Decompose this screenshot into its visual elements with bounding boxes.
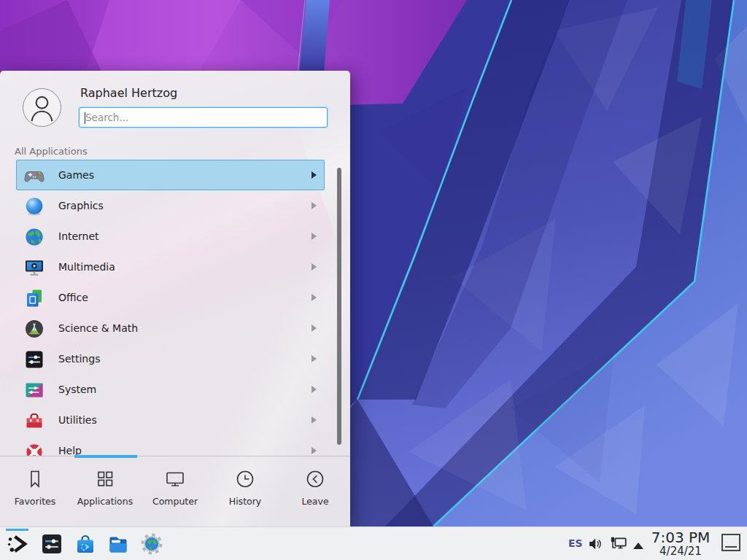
gamepad-icon <box>24 166 44 186</box>
category-row-science-math[interactable]: Science & Math <box>16 313 325 343</box>
category-row-settings[interactable]: Settings <box>16 343 325 374</box>
category-row-office[interactable]: Office <box>16 282 325 313</box>
clock-date: 4/24/21 <box>648 545 713 558</box>
section-label: All Applications <box>15 146 88 157</box>
category-label: System <box>58 384 96 395</box>
submenu-arrow-icon <box>311 416 317 424</box>
tab-applications[interactable]: Applications <box>70 459 140 526</box>
category-label: Multimedia <box>58 261 115 273</box>
lifebuoy-icon <box>24 441 44 456</box>
application-launcher-menu: Raphael Hertzog All Applications Games <box>0 71 350 526</box>
sliders-color-icon <box>24 380 44 400</box>
keyboard-layout-indicator[interactable]: ES <box>568 537 584 549</box>
category-row-graphics[interactable]: Graphics <box>16 190 325 221</box>
category-row-system[interactable]: System <box>16 374 325 405</box>
discover-bag-icon <box>74 532 97 556</box>
category-row-utilities[interactable]: Utilities <box>16 405 325 435</box>
category-label: Settings <box>58 353 100 365</box>
submenu-arrow-icon <box>311 294 317 301</box>
tab-leave[interactable]: Leave <box>280 459 350 526</box>
documents-icon <box>24 288 44 308</box>
tab-label: History <box>229 496 261 507</box>
category-row-games[interactable]: Games <box>16 160 325 190</box>
clock-icon <box>234 468 256 490</box>
menu-tab-bar: Favorites Applications C <box>0 459 350 526</box>
active-tab-indicator <box>74 455 137 458</box>
flask-icon <box>24 319 44 339</box>
list-scrollbar[interactable] <box>337 168 341 445</box>
web-browser-button[interactable] <box>140 532 163 556</box>
tab-favorites[interactable]: Favorites <box>0 459 70 526</box>
category-label: Office <box>58 292 88 303</box>
show-desktop-button[interactable] <box>721 534 740 551</box>
tab-label: Computer <box>152 496 198 507</box>
application-launcher-button[interactable] <box>6 532 29 556</box>
user-name: Raphael Hertzog <box>80 86 177 100</box>
category-row-internet[interactable]: Internet <box>16 221 325 252</box>
software-center-button[interactable] <box>74 532 97 556</box>
category-label: Games <box>58 169 94 181</box>
show-desktop-glyph <box>725 546 737 548</box>
text-caret <box>85 112 85 124</box>
taskbar: ES 7:03 PM 4/24/21 <box>0 526 747 560</box>
clock-time: 7:03 PM <box>648 529 713 545</box>
grid-icon <box>94 468 116 490</box>
user-silhouette-icon <box>23 89 61 126</box>
category-label: Help <box>58 445 82 456</box>
globe-icon <box>24 227 44 247</box>
tab-label: Applications <box>77 496 133 507</box>
submenu-arrow-icon <box>311 355 317 362</box>
submenu-arrow-icon <box>311 171 317 179</box>
volume-icon[interactable] <box>588 536 604 552</box>
user-avatar[interactable] <box>23 88 61 127</box>
launcher-active-indicator <box>6 529 28 531</box>
bookmark-icon <box>24 468 46 490</box>
tab-label: Leave <box>301 496 328 507</box>
kali-menu-icon <box>6 532 29 556</box>
globe-gear-icon <box>140 532 163 556</box>
clock-widget[interactable]: 7:03 PM 4/24/21 <box>648 529 713 558</box>
blue-sphere-icon <box>24 196 44 217</box>
monitor-icon <box>164 468 186 490</box>
system-settings-button[interactable] <box>40 532 63 556</box>
submenu-arrow-icon <box>311 386 317 393</box>
toolbox-icon <box>24 411 44 431</box>
tab-computer[interactable]: Computer <box>140 459 210 526</box>
search-field <box>79 107 328 128</box>
category-label: Science & Math <box>58 322 138 334</box>
category-label: Utilities <box>58 414 97 426</box>
sliders-dark-icon <box>24 349 44 370</box>
category-label: Graphics <box>58 200 104 211</box>
tab-history[interactable]: History <box>210 459 280 526</box>
blue-folder-icon <box>107 532 130 556</box>
category-row-help[interactable]: Help <box>16 435 325 456</box>
category-row-multimedia[interactable]: Multimedia <box>16 252 325 282</box>
tabbar-separator <box>0 456 350 456</box>
settings-dark-icon <box>40 532 63 556</box>
submenu-arrow-icon <box>311 324 317 332</box>
submenu-arrow-icon <box>311 202 317 209</box>
category-label: Internet <box>58 230 99 242</box>
search-input[interactable] <box>80 108 327 127</box>
expand-tray-caret-icon[interactable] <box>632 539 645 548</box>
monitor-play-icon <box>24 257 44 278</box>
submenu-arrow-icon <box>311 447 317 454</box>
submenu-arrow-icon <box>311 263 317 271</box>
leave-icon <box>304 468 326 490</box>
application-category-list: Games Graphics <box>16 160 325 456</box>
desktop: Raphael Hertzog All Applications Games <box>0 0 747 560</box>
submenu-arrow-icon <box>311 233 317 240</box>
tab-label: Favorites <box>15 496 55 507</box>
file-manager-button[interactable] <box>107 532 130 556</box>
wired-network-icon[interactable] <box>610 536 627 552</box>
